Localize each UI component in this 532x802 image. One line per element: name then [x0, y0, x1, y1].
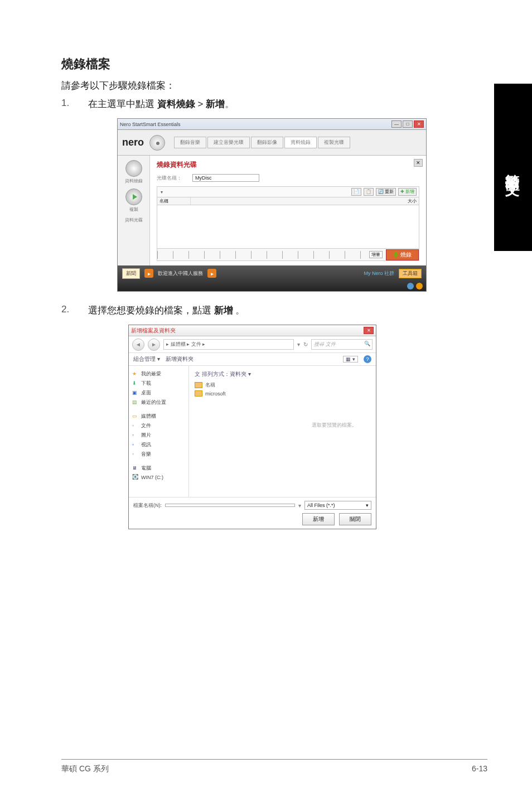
rss-icon[interactable]: ▸ — [144, 269, 153, 278]
minimize-button[interactable]: — — [391, 120, 402, 128]
nav-pictures[interactable]: ▫圖片 — [131, 431, 186, 440]
toolbox-button[interactable]: 工具箱 — [399, 269, 422, 278]
add-button[interactable]: ✚ 新增 — [398, 188, 417, 196]
side-tab-label: 繁體中文 — [504, 163, 523, 172]
filename-label: 檔案名稱(N): — [133, 502, 162, 509]
nero-tab-1[interactable]: 翻錄音樂 — [174, 137, 206, 148]
organize-menu[interactable]: 組合管理 ▾ — [133, 355, 160, 363]
view-button[interactable]: ▦ ▾ — [343, 356, 358, 363]
nav-documents[interactable]: ▫文件 — [131, 421, 186, 431]
nav-music[interactable]: ▫音樂 — [131, 450, 186, 459]
step-1-num: 1. — [61, 98, 88, 109]
nero-tab-4[interactable]: 資料燒錄 — [284, 137, 317, 148]
nav-videos[interactable]: ▫視訊 — [131, 440, 186, 450]
file-item-2[interactable]: microsoft — [195, 390, 370, 397]
footer-left: 華碩 CG 系列 — [61, 764, 109, 774]
step-2-text: 選擇您想要燒錄的檔案，點選 新增 。 — [88, 304, 487, 317]
col-size[interactable]: 大小 — [191, 197, 419, 205]
nav-drive-c[interactable]: 💽WIN7 (C:) — [131, 473, 186, 482]
nav-fwd-button[interactable]: ► — [148, 339, 160, 351]
dialog-close-button-2[interactable]: 關閉 — [339, 513, 371, 525]
list-btn-1[interactable]: 📄 — [351, 188, 361, 196]
intro-text: 請參考以下步驟燒錄檔案： — [61, 79, 487, 92]
file-list-area[interactable] — [157, 205, 419, 249]
list-btn-3[interactable]: 🔄 重新 — [376, 188, 396, 196]
data-burn-icon[interactable] — [125, 160, 142, 177]
step-2-num: 2. — [61, 304, 88, 315]
panel-header: 燒錄資料光碟 — [157, 160, 419, 170]
side-label-3: 資料光碟 — [120, 217, 147, 223]
copy-icon[interactable] — [125, 189, 142, 205]
close-button[interactable]: ✕ — [414, 120, 424, 128]
nero-sidebar: 資料燒錄 複製 資料光碟 — [118, 156, 150, 265]
footer-text-2[interactable]: My Nero 社群 — [364, 270, 394, 277]
nero-window-title: Nero StartSmart Essentials — [120, 122, 181, 127]
footer-news-tab[interactable]: 新聞 — [122, 268, 140, 279]
side-label-2: 複製 — [120, 206, 147, 212]
dialog-nav: ★我的最愛 ⬇下載 ▣桌面 ▤最近的位置 ▭媒體櫃 ▫文件 ▫圖片 ▫視訊 ▫音… — [129, 366, 189, 497]
help-button[interactable]: ? — [364, 355, 371, 363]
panel-close-button[interactable]: ✕ — [414, 159, 423, 167]
col-name[interactable]: 名稱 — [157, 197, 191, 205]
folder-icon — [195, 390, 202, 397]
burn-button[interactable]: 燒錄 — [386, 249, 419, 260]
nav-desktop[interactable]: ▣桌面 — [131, 388, 186, 398]
nav-downloads[interactable]: ⬇下載 — [131, 379, 186, 388]
nero-tab-3[interactable]: 翻錄影像 — [251, 137, 283, 148]
dialog-add-button[interactable]: 新增 — [302, 513, 335, 525]
status-icon-1[interactable] — [407, 283, 414, 289]
ruler-unit[interactable]: 增量 — [369, 251, 383, 258]
size-ruler — [157, 251, 366, 259]
disc-icon[interactable] — [149, 135, 165, 151]
nav-back-button[interactable]: ◄ — [132, 339, 144, 351]
preview-pane: 選取要預覽的檔案。 — [303, 422, 365, 429]
new-folder-button[interactable]: 新增資料夾 — [166, 355, 194, 363]
list-dropdown[interactable]: ▾ — [159, 190, 349, 195]
list-btn-2[interactable]: 📋 — [364, 188, 374, 196]
filename-input[interactable] — [165, 504, 295, 507]
folder-icon — [195, 382, 202, 388]
nero-window: Nero StartSmart Essentials — □ ✕ nero 翻錄… — [117, 118, 427, 292]
nav-favorites[interactable]: ★我的最愛 — [131, 369, 186, 379]
nav-recent[interactable]: ▤最近的位置 — [131, 398, 186, 407]
disc-name-input[interactable]: MyDisc — [192, 174, 259, 182]
side-label-1: 資料燒錄 — [120, 178, 147, 184]
file-dialog: 新增檔案及資料夾 ✕ ◄ ► ▸ 媒體櫃 ▸ 文件 ▸ ▾ ↻ 搜尋 文件 組合… — [128, 325, 376, 529]
section-title: 燒錄檔案 — [61, 56, 487, 73]
nav-computer[interactable]: 🖥電腦 — [131, 463, 186, 473]
file-item-1[interactable]: 名稱 — [195, 381, 370, 389]
group-header[interactable]: 文 排列方式：資料夾 ▾ — [195, 370, 370, 378]
rss-icon-2[interactable]: ▸ — [207, 269, 216, 278]
search-input[interactable]: 搜尋 文件 — [311, 339, 373, 350]
nero-titlebar: Nero StartSmart Essentials — □ ✕ — [118, 119, 426, 130]
nero-tab-5[interactable]: 複製光碟 — [318, 137, 350, 148]
dialog-title: 新增檔案及資料夾 — [131, 327, 176, 335]
status-icon-2[interactable] — [416, 283, 423, 289]
dialog-close-button[interactable]: ✕ — [364, 327, 374, 334]
breadcrumb-path[interactable]: ▸ 媒體櫃 ▸ 文件 ▸ — [163, 339, 294, 350]
maximize-button[interactable]: □ — [403, 120, 413, 128]
file-filter[interactable]: All Files (*.*)▾ — [304, 501, 371, 510]
nav-libraries[interactable]: ▭媒體櫃 — [131, 412, 186, 421]
nero-logo: nero — [122, 137, 144, 148]
footer-right: 6-13 — [472, 764, 487, 774]
nero-tab-2[interactable]: 建立音樂光碟 — [207, 137, 250, 148]
step-1-text: 在主選單中點選 資料燒錄 > 新增。 — [88, 98, 487, 110]
footer-text-1: 歡迎進入中國人服務 — [158, 270, 203, 277]
disc-name-label: 光碟名稱： — [157, 175, 188, 182]
side-tab: 繁體中文 — [494, 84, 532, 251]
